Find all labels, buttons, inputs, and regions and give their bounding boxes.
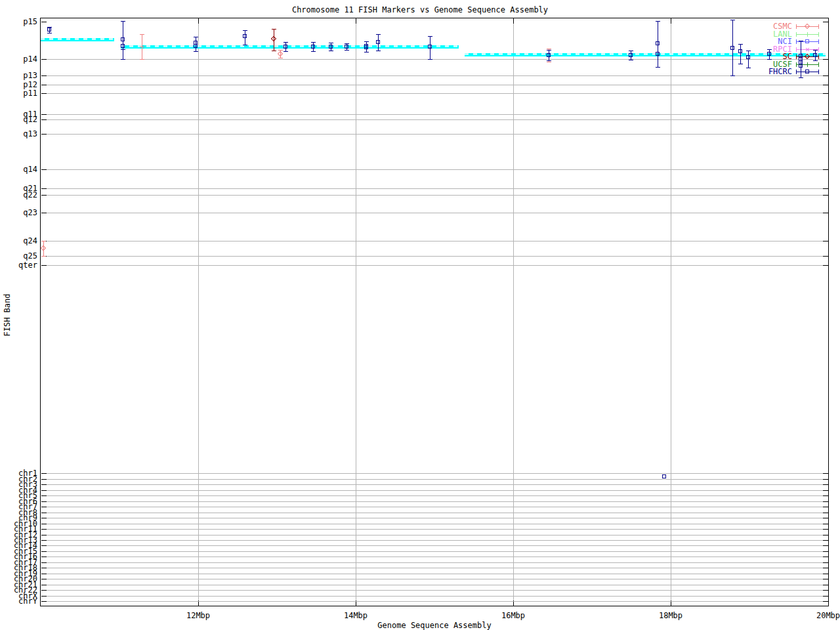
y-tick-label: q14	[0, 165, 37, 173]
error-bar-cap	[121, 59, 125, 60]
y-gridline	[41, 601, 828, 602]
y-gridline	[41, 85, 828, 85]
data-point-marker	[813, 53, 817, 57]
y-tick-left	[41, 195, 47, 196]
y-tick-right	[823, 585, 828, 585]
error-bar-cap	[547, 62, 551, 62]
y-gridline	[41, 507, 828, 507]
y-tick-label: q22	[0, 191, 37, 199]
legend-sample-cap	[818, 54, 819, 59]
y-gridline	[41, 574, 828, 574]
y-tick-left	[41, 188, 47, 189]
error-bar-cap	[364, 41, 369, 42]
y-tick-label: p11	[0, 89, 37, 97]
x-tick-label: 18Mbp	[659, 612, 682, 620]
error-bar-cap	[730, 20, 735, 20]
x-tick-bottom	[828, 600, 829, 606]
error-bar-cap	[140, 59, 144, 60]
error-bar-cap	[730, 75, 735, 76]
y-tick-left	[41, 85, 47, 85]
y-gridline	[41, 518, 828, 518]
data-point-marker	[547, 53, 551, 57]
error-bar-cap	[746, 51, 751, 51]
y-tick-left	[41, 596, 47, 597]
y-gridline	[41, 579, 828, 579]
data-point-marker	[284, 45, 287, 49]
x-tick-top	[198, 18, 199, 24]
x-tick-top	[513, 18, 514, 24]
y-tick-right	[823, 545, 828, 546]
y-tick-left	[41, 535, 47, 536]
legend-label-fhcrc: FHCRC	[740, 68, 792, 75]
y-gridline	[41, 256, 828, 257]
error-bar-cap	[345, 43, 349, 44]
data-point-marker	[376, 40, 380, 44]
y-tick-left	[41, 518, 47, 518]
y-tick-right	[823, 535, 828, 536]
data-point-marker	[121, 44, 125, 48]
legend-sample-cap	[818, 47, 819, 52]
legend-sample-cap	[796, 70, 797, 74]
y-tick-right	[823, 59, 828, 60]
data-point-marker	[47, 28, 51, 32]
y-tick-left	[41, 590, 47, 591]
y-tick-right	[823, 484, 828, 485]
y-tick-label: p12	[0, 81, 37, 89]
y-gridline	[41, 585, 828, 585]
y-tick-right	[823, 568, 828, 568]
error-bar-cap	[272, 51, 276, 51]
y-tick-left	[41, 265, 47, 266]
y-tick-right	[823, 256, 828, 257]
legend-sample-cap	[818, 39, 819, 44]
x-tick-label: 16Mbp	[501, 612, 525, 620]
error-bar-cap	[428, 59, 432, 60]
y-tick-left	[41, 213, 47, 213]
error-bar-cap	[629, 60, 633, 60]
y-tick-left	[41, 473, 47, 474]
y-tick-right	[823, 551, 828, 552]
y-tick-right	[823, 513, 828, 513]
y-gridline	[41, 75, 828, 76]
error-bar-cap	[194, 51, 198, 52]
y-gridline	[41, 188, 828, 189]
error-bar-cap	[121, 21, 125, 22]
error-bar-cap	[767, 59, 772, 60]
y-tick-label: chrY	[0, 597, 37, 605]
y-gridline	[41, 93, 828, 94]
assembly-track-segment	[41, 38, 114, 41]
error-bar-cap	[345, 50, 349, 51]
x-tick-top	[356, 18, 356, 24]
x-tick-label: 14Mbp	[344, 612, 368, 620]
data-point-marker	[329, 45, 333, 49]
error-bar-cap	[243, 45, 247, 45]
y-tick-left	[41, 601, 47, 602]
error-bar-cap	[364, 52, 369, 52]
y-tick-label: p14	[0, 55, 37, 63]
error-bar-cap	[547, 49, 551, 49]
y-tick-label: q24	[0, 237, 37, 245]
y-tick-left	[41, 59, 47, 60]
y-gridline	[41, 501, 828, 502]
legend-sample-cap	[818, 70, 819, 74]
data-point-marker	[799, 64, 803, 68]
y-tick-right	[823, 119, 828, 120]
y-tick-left	[41, 540, 47, 541]
y-tick-left	[41, 585, 47, 585]
y-tick-left	[41, 551, 47, 552]
error-bar-cap	[47, 33, 52, 33]
y-tick-left	[41, 75, 47, 76]
y-gridline	[41, 134, 828, 135]
error-bar-cap	[746, 68, 751, 68]
legend-sample-cap	[796, 24, 797, 29]
error-bar-cap	[813, 60, 818, 61]
y-gridline	[41, 213, 828, 213]
data-point-marker	[738, 49, 742, 53]
y-tick-right	[823, 169, 828, 170]
y-gridline	[41, 590, 828, 591]
y-tick-right	[823, 579, 828, 579]
data-point-marker	[194, 44, 198, 48]
y-tick-right	[823, 93, 828, 94]
legend-sample-cap	[796, 62, 797, 67]
error-bar-cap	[428, 36, 432, 37]
y-tick-left	[41, 93, 47, 94]
